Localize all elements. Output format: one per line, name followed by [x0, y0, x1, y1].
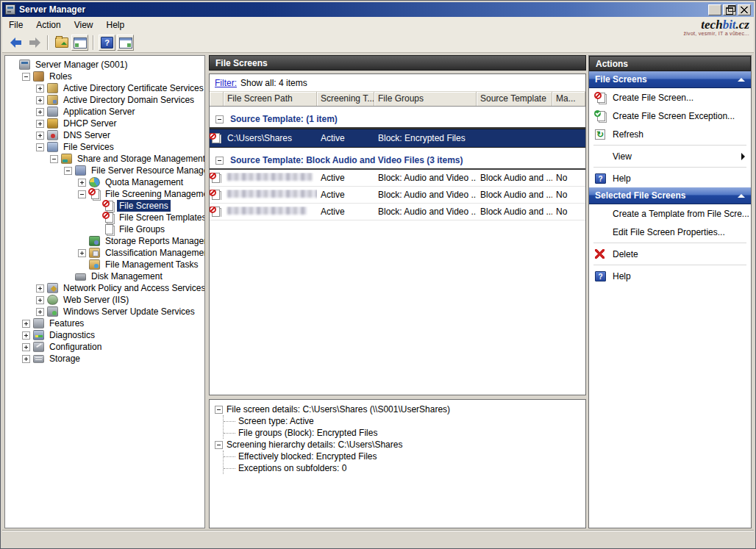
tree-item-roles[interactable]: Roles	[5, 71, 204, 82]
actions-section-header-selected-file-screens[interactable]: Selected File Screens	[589, 187, 751, 204]
tree-item-quota-management[interactable]: Quota Management	[5, 176, 204, 188]
expand-toggle-icon[interactable]	[36, 96, 44, 104]
expand-toggle-icon[interactable]	[78, 179, 86, 187]
file-screen-row[interactable]: ActiveBlock: Audio and Video ...Block Au…	[210, 187, 585, 204]
tree-item-storage-reports-management[interactable]: Storage Reports Management	[5, 235, 204, 247]
expand-toggle-icon[interactable]	[78, 249, 86, 257]
toolbar-separator	[47, 35, 49, 50]
column-header-screening-t[interactable]: Screening T...	[317, 92, 374, 106]
collapse-chevron-icon[interactable]	[738, 78, 745, 82]
action-help[interactable]: ?Help	[589, 267, 751, 285]
expand-toggle-icon[interactable]	[36, 120, 44, 128]
tree-item-active-directory-domain-services[interactable]: Active Directory Domain Services	[5, 94, 204, 106]
action-delete[interactable]: Delete	[589, 245, 751, 263]
action-refresh[interactable]: ↻Refresh	[589, 125, 751, 143]
file-screen-row[interactable]: C:\Users\SharesActiveBlock: Encrypted Fi…	[210, 129, 585, 148]
create-file-screen-icon	[595, 93, 606, 103]
column-header-ma[interactable]: Ma...	[552, 92, 585, 106]
back-button[interactable]	[7, 35, 24, 51]
actions-section-header-file-screens[interactable]: File Screens	[589, 71, 751, 88]
group-header-row[interactable]: Source Template: (1 item)	[210, 111, 585, 129]
tree-item-label: File Screening Management	[103, 188, 205, 200]
tree-item-configuration[interactable]: Configuration	[5, 341, 204, 353]
tree-item-file-server-resource-manager[interactable]: File Server Resource Manager	[5, 165, 204, 176]
expand-toggle-icon[interactable]	[36, 296, 44, 304]
tree-item-label: Share and Storage Management	[75, 153, 205, 165]
tree-item-file-services[interactable]: File Services	[5, 141, 204, 153]
tree-item-share-and-storage-management[interactable]: Share and Storage Management	[5, 153, 204, 165]
collapse-toggle-icon[interactable]	[215, 406, 223, 414]
show-action-pane-button[interactable]	[117, 35, 134, 51]
tree-item-windows-server-update-services[interactable]: Windows Server Update Services	[5, 306, 204, 317]
export-list-button[interactable]	[53, 35, 70, 51]
expand-toggle-icon[interactable]	[22, 343, 30, 351]
tree-item-network-policy-and-access-services[interactable]: Network Policy and Access Services	[5, 282, 204, 294]
collapse-toggle-icon[interactable]	[22, 73, 30, 81]
cell-file-screen-path	[224, 173, 317, 183]
show-console-tree-button[interactable]	[71, 35, 88, 51]
column-header-file-screen-path[interactable]: File Screen Path	[224, 92, 317, 106]
action-create-file-screen-exception[interactable]: Create File Screen Exception...	[589, 107, 751, 125]
tree-item-server-manager-s001[interactable]: Server Manager (S001)	[5, 59, 204, 71]
action-view[interactable]: View	[589, 147, 751, 165]
expand-toggle-icon[interactable]	[22, 355, 30, 363]
tree-item-file-screens[interactable]: File Screens	[5, 200, 204, 212]
close-button[interactable]	[738, 4, 751, 15]
expand-toggle-icon[interactable]	[36, 284, 44, 293]
restore-button[interactable]	[723, 4, 736, 15]
collapse-chevron-icon[interactable]	[738, 194, 745, 198]
column-header-source-template[interactable]: Source Template	[477, 92, 552, 106]
collapse-toggle-icon[interactable]	[215, 115, 224, 123]
action-edit-file-screen-properties[interactable]: Edit File Screen Properties...	[589, 223, 751, 241]
collapse-toggle-icon[interactable]	[78, 190, 86, 198]
tree-item-application-server[interactable]: Application Server	[5, 106, 204, 118]
collapse-toggle-icon[interactable]	[50, 155, 58, 163]
collapse-toggle-icon[interactable]	[215, 441, 223, 449]
help-button[interactable]: ?	[99, 35, 115, 51]
collapse-toggle-icon[interactable]	[36, 143, 44, 151]
techbit-brand: techbit.cz	[639, 18, 749, 31]
tree-item-storage[interactable]: Storage	[5, 353, 204, 365]
tree-item-active-directory-certificate-services[interactable]: Active Directory Certificate Services	[5, 82, 204, 94]
tree-item-features[interactable]: Features	[5, 317, 204, 329]
expand-toggle-icon[interactable]	[36, 132, 44, 140]
tree-item-web-server-iis[interactable]: Web Server (IIS)	[5, 294, 204, 306]
tree-item-dhcp-server[interactable]: DHCP Server	[5, 118, 204, 129]
filter-link[interactable]: Filter:	[215, 78, 237, 88]
forward-button[interactable]	[26, 35, 43, 51]
menu-item-view[interactable]: View	[68, 18, 100, 32]
tree-item-file-screen-templates[interactable]: File Screen Templates	[5, 212, 204, 223]
tree-item-disk-management[interactable]: Disk Management	[5, 270, 204, 282]
action-create-a-template-from-file-scre[interactable]: Create a Template from File Scre...	[589, 204, 751, 223]
tree-item-label: Network Policy and Access Services	[61, 282, 205, 294]
action-help[interactable]: ?Help	[589, 169, 751, 187]
menu-item-file[interactable]: File	[2, 18, 29, 32]
menu-item-action[interactable]: Action	[29, 18, 67, 32]
action-icon-slot: ?	[595, 173, 613, 184]
menu-item-help[interactable]: Help	[100, 18, 132, 32]
group-header-row[interactable]: Source Template: Block Audio and Video F…	[210, 152, 585, 170]
expand-toggle-icon[interactable]	[36, 308, 44, 316]
file-screen-row[interactable]: ActiveBlock: Audio and Video ...Block Au…	[210, 170, 585, 187]
tree-item-classification-management[interactable]: Classification Management	[5, 247, 204, 259]
file-screen-row[interactable]: ActiveBlock: Audio and Video ...Block Au…	[210, 204, 585, 220]
minimize-button[interactable]	[708, 4, 721, 15]
file-screen-row-icon	[210, 190, 221, 200]
tree-item-diagnostics[interactable]: Diagnostics	[5, 329, 204, 341]
expand-toggle-icon[interactable]	[36, 85, 44, 93]
column-header-file-groups[interactable]: File Groups	[374, 92, 477, 106]
npas-icon	[47, 283, 58, 293]
expand-toggle-icon[interactable]	[22, 331, 30, 340]
collapse-toggle-icon[interactable]	[215, 157, 224, 165]
expand-toggle-icon[interactable]	[36, 108, 44, 116]
cell-file-screen-path: C:\Users\Shares	[224, 133, 317, 143]
action-create-file-screen[interactable]: Create File Screen...	[589, 88, 751, 107]
tree-item-dns-server[interactable]: DNS Server	[5, 129, 204, 141]
expand-toggle-icon[interactable]	[22, 320, 30, 328]
tree-item-label: File Server Resource Manager	[89, 165, 205, 176]
tree-item-file-management-tasks[interactable]: File Management Tasks	[5, 259, 204, 270]
column-header-icon[interactable]	[210, 92, 224, 106]
tree-item-file-groups[interactable]: File Groups	[5, 223, 204, 235]
collapse-toggle-icon[interactable]	[64, 167, 72, 175]
tree-item-file-screening-management[interactable]: File Screening Management	[5, 188, 204, 200]
